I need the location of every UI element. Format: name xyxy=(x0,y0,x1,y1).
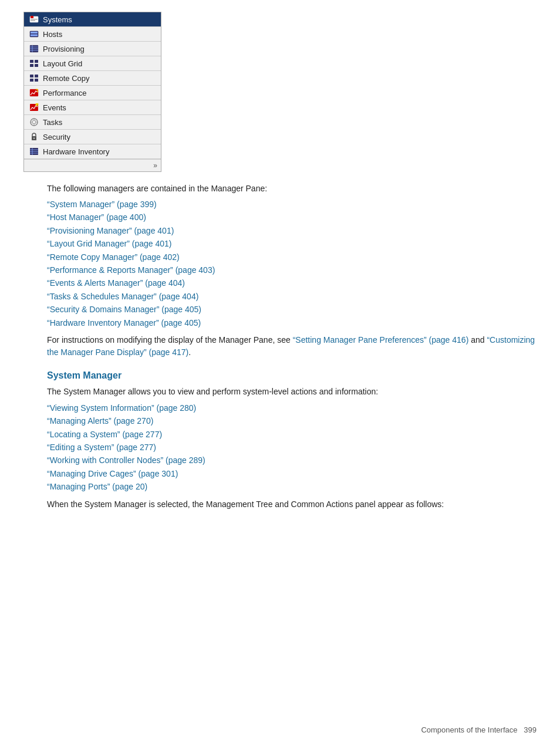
link-managing-ports[interactable]: “Managing Ports” (page 20) xyxy=(47,480,537,493)
system-manager-links-list: “Viewing System Information” (page 280) … xyxy=(47,401,537,494)
svg-rect-16 xyxy=(30,75,33,77)
sidebar-item-hosts[interactable]: Hosts xyxy=(24,27,161,42)
link-host-manager[interactable]: “Host Manager” (page 400) xyxy=(47,211,537,224)
system-manager-intro: The System Manager allows you to view an… xyxy=(47,386,537,398)
sidebar-item-label: Events xyxy=(43,103,66,112)
hosts-icon xyxy=(29,29,39,39)
manager-pane-footer: » xyxy=(24,159,161,171)
systems-icon xyxy=(29,15,39,24)
svg-rect-2 xyxy=(31,19,38,20)
link-security-manager[interactable]: “Security & Domains Manager” (page 405) xyxy=(47,303,537,316)
sidebar-item-security[interactable]: Security xyxy=(24,130,161,144)
svg-rect-6 xyxy=(31,35,38,36)
link-drive-cages[interactable]: “Managing Drive Cages” (page 301) xyxy=(47,467,537,480)
svg-rect-13 xyxy=(35,60,38,63)
performance-icon xyxy=(29,88,39,97)
tasks-icon xyxy=(29,117,39,127)
link-tasks-manager[interactable]: “Tasks & Schedules Manager” (page 404) xyxy=(47,290,537,303)
sidebar-item-tasks[interactable]: Tasks xyxy=(24,115,161,130)
svg-point-35 xyxy=(33,138,35,139)
link-system-manager[interactable]: “System Manager” (page 399) xyxy=(47,198,537,211)
provisioning-icon xyxy=(29,44,39,53)
sidebar-item-label: Security xyxy=(43,133,70,141)
manager-links-list: “System Manager” (page 399) “Host Manage… xyxy=(47,198,537,329)
svg-text:✓: ✓ xyxy=(36,104,38,106)
sidebar-item-layout-grid[interactable]: Layout Grid xyxy=(24,56,161,71)
note-link-1[interactable]: “Setting Manager Pane Preferences” (page… xyxy=(293,335,469,345)
content-area: The following managers are contained in … xyxy=(47,184,537,511)
svg-rect-17 xyxy=(35,75,38,77)
system-manager-note: When the System Manager is selected, the… xyxy=(47,498,537,511)
security-icon xyxy=(29,132,39,141)
sidebar-item-label: Hosts xyxy=(43,30,62,39)
sidebar-item-events[interactable]: ✓ Events xyxy=(24,100,161,115)
note-text: For instructions on modifying the displa… xyxy=(47,334,537,359)
sidebar-item-label: Performance xyxy=(43,89,86,97)
svg-rect-22 xyxy=(30,89,38,96)
sidebar-item-label: Systems xyxy=(43,15,72,24)
link-layout-grid-manager[interactable]: “Layout Grid Manager” (page 401) xyxy=(47,237,537,250)
svg-rect-3 xyxy=(31,21,35,22)
svg-point-29 xyxy=(32,120,36,124)
link-performance-manager[interactable]: “Performance & Reports Manager” (page 40… xyxy=(47,264,537,276)
svg-rect-15 xyxy=(35,64,38,67)
link-viewing-system-info[interactable]: “Viewing System Information” (page 280) xyxy=(47,401,537,414)
link-remote-copy-manager[interactable]: “Remote Copy Manager” (page 402) xyxy=(47,251,537,264)
layout-icon xyxy=(29,59,39,68)
sidebar-item-label: Layout Grid xyxy=(43,59,82,68)
hardware-icon xyxy=(29,147,39,156)
sidebar-item-label: Tasks xyxy=(43,118,62,127)
manager-pane: Systems Hosts Provisioning xyxy=(23,12,161,172)
link-hardware-manager[interactable]: “Hardware Inventory Manager” (page 405) xyxy=(47,316,537,329)
svg-rect-1 xyxy=(31,16,33,18)
page-footer: Components of the Interface 399 xyxy=(421,725,537,734)
remotecopy-icon xyxy=(29,73,39,83)
system-manager-heading: System Manager xyxy=(47,370,537,381)
svg-rect-14 xyxy=(30,64,33,67)
sidebar-item-label: Provisioning xyxy=(43,45,85,53)
svg-rect-5 xyxy=(31,32,38,33)
events-icon: ✓ xyxy=(29,103,39,112)
link-events-manager[interactable]: “Events & Alerts Manager” (page 404) xyxy=(47,276,537,289)
link-managing-alerts[interactable]: “Managing Alerts” (page 270) xyxy=(47,414,537,427)
svg-rect-12 xyxy=(30,60,33,63)
sidebar-item-remote-copy[interactable]: Remote Copy xyxy=(24,71,161,86)
sidebar-item-label: Hardware Inventory xyxy=(43,147,109,156)
sidebar-item-label: Remote Copy xyxy=(43,74,89,83)
svg-rect-18 xyxy=(30,79,33,82)
svg-rect-19 xyxy=(35,79,38,82)
sidebar-item-hardware-inventory[interactable]: Hardware Inventory xyxy=(24,144,161,159)
link-editing-system[interactable]: “Editing a System” (page 277) xyxy=(47,441,537,454)
link-controller-nodes[interactable]: “Working with Controller Nodes” (page 28… xyxy=(47,454,537,467)
sidebar-item-performance[interactable]: Performance xyxy=(24,86,161,100)
link-provisioning-manager[interactable]: “Provisioning Manager” (page 401) xyxy=(47,224,537,237)
link-locating-system[interactable]: “Locating a System” (page 277) xyxy=(47,428,537,441)
sidebar-item-systems[interactable]: Systems xyxy=(24,12,161,27)
intro-text: The following managers are contained in … xyxy=(47,184,537,193)
sidebar-item-provisioning[interactable]: Provisioning xyxy=(24,42,161,56)
